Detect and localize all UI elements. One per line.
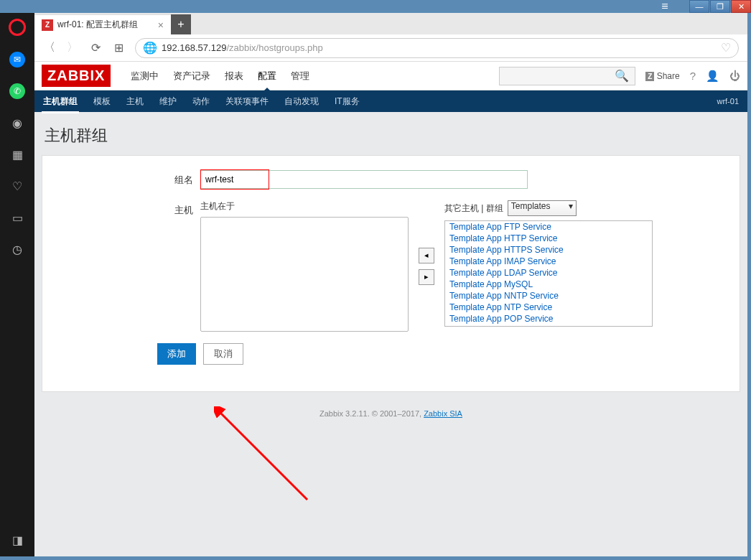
hosts-in-label: 主机在于 xyxy=(200,200,409,213)
name-label: 组名 xyxy=(157,170,193,187)
group-name-input[interactable] xyxy=(200,170,528,189)
url-text: 192.168.57.129/zabbix/hostgroups.php xyxy=(162,42,323,53)
whatsapp-icon[interactable]: ✆ xyxy=(9,83,25,99)
browser-tab[interactable]: Z wrf-01: 配置主机群组 × xyxy=(34,14,171,34)
nav-back-icon[interactable]: 〈 xyxy=(43,40,56,55)
help-icon[interactable]: ? xyxy=(690,70,696,82)
template-option[interactable]: Template App SMTP Service xyxy=(445,325,652,327)
tab-close-icon[interactable]: × xyxy=(158,19,164,31)
main-nav: 监测中 资产记录 报表 配置 管理 xyxy=(131,62,309,91)
nav-forward-icon: 〉 xyxy=(66,40,79,55)
template-option[interactable]: Template App LDAP Service xyxy=(445,267,652,279)
footer-link[interactable]: Zabbix SIA xyxy=(424,409,462,418)
page-title: 主机群组 xyxy=(45,125,737,146)
share-link[interactable]: Z Share xyxy=(645,71,679,81)
template-option[interactable]: Template App NNTP Service xyxy=(445,290,652,302)
window-maximize[interactable]: ❐ xyxy=(710,0,730,13)
template-option[interactable]: Template App MySQL xyxy=(445,279,652,290)
current-host-id: wrf-01 xyxy=(715,91,740,111)
heart-icon[interactable]: ♡ xyxy=(9,178,25,194)
window-minimize[interactable]: — xyxy=(689,0,709,13)
group-select[interactable]: Templates ▾ xyxy=(508,200,577,216)
camera-icon[interactable]: ◉ xyxy=(9,115,25,131)
nav-monitoring[interactable]: 监测中 xyxy=(131,62,159,91)
tab-strip: Z wrf-01: 配置主机群组 × + xyxy=(34,13,747,34)
window-titlebar: — ❐ ✕ xyxy=(689,0,751,14)
nav-administration[interactable]: 管理 xyxy=(291,62,309,91)
tab-title: wrf-01: 配置主机群组 xyxy=(57,19,138,31)
footer: Zabbix 3.2.11. © 2001–2017, Zabbix SIA xyxy=(34,399,747,428)
subnav-maintenance[interactable]: 维护 xyxy=(158,90,178,113)
nav-configuration[interactable]: 配置 xyxy=(258,62,276,91)
header-right: 🔍 Z Share ? 👤 ⏻ xyxy=(499,67,740,85)
nav-inventory[interactable]: 资产记录 xyxy=(173,62,210,91)
hosts-label: 主机 xyxy=(157,200,193,217)
template-option[interactable]: Template App FTP Service xyxy=(445,221,652,233)
tab-favicon: Z xyxy=(42,19,53,31)
hosts-in-listbox[interactable] xyxy=(200,217,409,332)
search-icon: 🔍 xyxy=(615,69,629,83)
history-icon[interactable]: ◷ xyxy=(9,241,25,257)
news-icon[interactable]: ▭ xyxy=(9,210,25,225)
cancel-button[interactable]: 取消 xyxy=(203,343,243,365)
subnav-actions[interactable]: 动作 xyxy=(191,90,211,113)
url-input[interactable]: 🌐 192.168.57.129/zabbix/hostgroups.php ♡ xyxy=(135,38,739,58)
zabbix-logo[interactable]: ZABBIX xyxy=(42,65,111,87)
nav-reports[interactable]: 报表 xyxy=(225,62,243,91)
window-close[interactable]: ✕ xyxy=(731,0,751,13)
zabbix-header: ZABBIX 监测中 资产记录 报表 配置 管理 🔍 Z Share ? 👤 ⏻ xyxy=(34,62,747,90)
subnav-discovery[interactable]: 自动发现 xyxy=(283,90,320,113)
other-hosts-label: 其它主机 | 群组 xyxy=(444,202,503,215)
user-icon[interactable]: 👤 xyxy=(706,70,719,83)
subnav-correlation[interactable]: 关联项事件 xyxy=(224,90,270,113)
logout-icon[interactable]: ⏻ xyxy=(729,70,740,82)
opera-sidebar: ✉ ✆ ◉ ▦ ♡ ▭ ◷ ◨ xyxy=(0,13,34,556)
apps-icon[interactable]: ▦ xyxy=(9,146,25,162)
template-option[interactable]: Template App NTP Service xyxy=(445,302,652,313)
window-menu-icon[interactable]: ≡ xyxy=(658,0,672,13)
bookmark-heart-icon[interactable]: ♡ xyxy=(721,41,731,55)
subnav-itservices[interactable]: IT服务 xyxy=(333,90,361,113)
search-input[interactable]: 🔍 xyxy=(499,67,635,85)
template-option[interactable]: Template App POP Service xyxy=(445,313,652,325)
other-hosts-listbox[interactable]: Template App FTP ServiceTemplate App HTT… xyxy=(444,220,653,327)
globe-icon: 🌐 xyxy=(143,41,156,55)
address-bar: 〈 〉 ⟳ ⊞ 🌐 192.168.57.129/zabbix/hostgrou… xyxy=(34,34,747,62)
subnav-templates[interactable]: 模板 xyxy=(92,90,112,113)
template-option[interactable]: Template App HTTP Service xyxy=(445,233,652,244)
reload-icon[interactable]: ⟳ xyxy=(89,41,102,55)
subnav-hosts[interactable]: 主机 xyxy=(125,90,145,113)
add-button[interactable]: 添加 xyxy=(157,343,196,365)
move-right-button[interactable]: ▸ xyxy=(419,269,434,285)
sidebar-toggle-icon[interactable]: ◨ xyxy=(9,532,25,548)
subnav-hostgroups[interactable]: 主机群组 xyxy=(42,90,79,113)
move-left-button[interactable]: ◂ xyxy=(419,248,434,263)
template-option[interactable]: Template App IMAP Service xyxy=(445,256,652,267)
messenger-icon[interactable]: ✉ xyxy=(9,52,25,67)
sub-nav: 主机群组 模板 主机 维护 动作 关联项事件 自动发现 IT服务 wrf-01 xyxy=(34,90,747,112)
new-tab-button[interactable]: + xyxy=(171,14,191,34)
template-option[interactable]: Template App HTTPS Service xyxy=(445,244,652,256)
page-content: ZABBIX 监测中 资产记录 报表 配置 管理 🔍 Z Share ? 👤 ⏻… xyxy=(34,62,747,556)
form-card: 组名 主机 主机在于 ◂ ▸ xyxy=(42,155,740,392)
opera-logo-icon[interactable] xyxy=(9,19,26,36)
browser-window: Z wrf-01: 配置主机群组 × + 〈 〉 ⟳ ⊞ 🌐 192.168.5… xyxy=(34,13,747,556)
speed-dial-icon[interactable]: ⊞ xyxy=(112,41,125,55)
